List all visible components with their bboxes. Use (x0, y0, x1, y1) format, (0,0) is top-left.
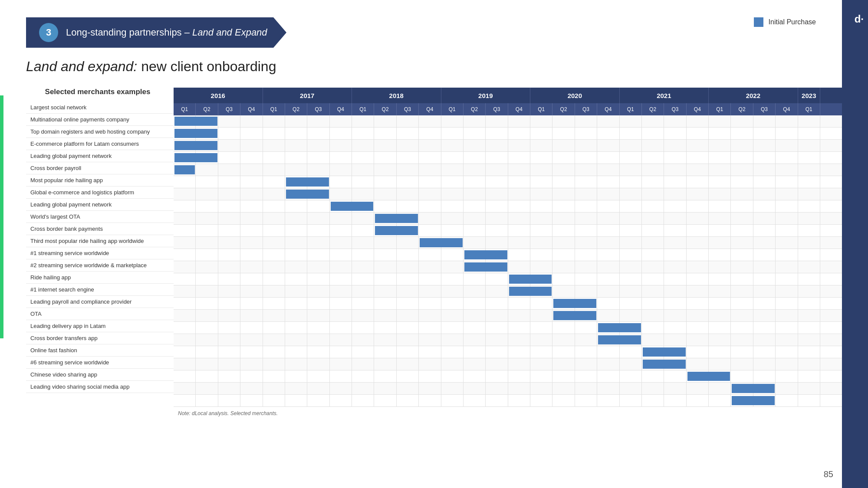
chart-note: Note: dLocal analysis. Selected merchant… (174, 410, 842, 416)
chart-cell (441, 395, 464, 407)
chart-cell (464, 115, 486, 128)
chart-cell (218, 285, 240, 298)
chart-cell (330, 237, 352, 249)
chart-cell (218, 261, 240, 273)
chart-cell (240, 128, 263, 140)
chart-cell (285, 213, 307, 225)
chart-cell (597, 176, 619, 188)
chart-cell (285, 115, 307, 128)
chart-cell (731, 310, 753, 322)
chart-cell (352, 346, 374, 358)
chart-row (174, 334, 842, 346)
chart-cell (597, 346, 619, 358)
chart-cell (552, 285, 575, 298)
chart-cell (352, 395, 374, 407)
chart-cell (240, 273, 263, 285)
purchase-block (509, 287, 552, 296)
chart-cell (419, 213, 441, 225)
chart-row (174, 176, 842, 188)
chart-cell (174, 383, 196, 395)
chart-cell (330, 140, 352, 152)
chart-cell (798, 285, 820, 298)
chart-cell (687, 225, 709, 237)
chart-cell (174, 225, 196, 237)
chart-cell (753, 322, 776, 334)
merchant-item: Leading payroll and compliance provider (26, 296, 174, 308)
chart-cell (174, 188, 196, 200)
quarter-cell: Q3 (664, 103, 686, 115)
chart-cell (642, 176, 664, 188)
chart-cell (687, 383, 709, 395)
chart-cell (174, 213, 196, 225)
chart-cell (285, 285, 307, 298)
year-label: 2022 (709, 88, 798, 103)
chart-cell (397, 310, 419, 322)
chart-cell (196, 370, 218, 383)
merchant-item: #6 streaming service worldwide (26, 357, 174, 369)
chart-cell (709, 200, 731, 213)
chart-cell (642, 237, 664, 249)
chart-cell (731, 115, 753, 128)
chart-cell (731, 261, 753, 273)
chart-cell (508, 383, 530, 395)
chart-cell (664, 310, 686, 322)
chart-cell (240, 188, 263, 200)
purchase-block (687, 372, 730, 381)
chart-cell (285, 164, 307, 176)
chart-cell (776, 298, 798, 310)
chart-cell (597, 395, 619, 407)
chart-cell (397, 395, 419, 407)
chart-cell (575, 128, 597, 140)
chart-cell (352, 213, 374, 225)
chart-row (174, 370, 842, 383)
chart-cell (664, 370, 686, 383)
merchant-item: Leading delivery app in Latam (26, 320, 174, 332)
quarter-cell: Q3 (218, 103, 240, 115)
chart-cell (687, 358, 709, 370)
chart-cell (508, 322, 530, 334)
chart-cell (575, 213, 597, 225)
chart-cell (307, 140, 329, 152)
chart-cell (575, 273, 597, 285)
chart-cell (597, 273, 619, 285)
chart-cell (441, 334, 464, 346)
chart-cell (374, 273, 396, 285)
chart-cell (552, 213, 575, 225)
chart-cell (642, 285, 664, 298)
merchant-items: Largest social networkMultinational onli… (26, 102, 174, 393)
chart-cell (731, 225, 753, 237)
purchase-block (643, 360, 686, 369)
quarter-cell: Q1 (709, 103, 731, 115)
chart-cell (330, 115, 352, 128)
chart-cell (620, 237, 642, 249)
chart-cell (552, 140, 575, 152)
chart-row (174, 140, 842, 152)
chart-cell (285, 273, 307, 285)
chart-cell (285, 358, 307, 370)
chart-cell (731, 164, 753, 176)
chart-cell (753, 128, 776, 140)
chart-cell (397, 237, 419, 249)
chart-cell (731, 285, 753, 298)
chart-row (174, 152, 842, 164)
chart-cell (196, 322, 218, 334)
chart-cell (508, 310, 530, 322)
chart-cell (174, 249, 196, 261)
chart-cell (687, 322, 709, 334)
chart-cell (798, 346, 820, 358)
chart-cell (464, 298, 486, 310)
chart-cell (798, 152, 820, 164)
chart-cell (664, 395, 686, 407)
year-label: 2019 (441, 88, 531, 103)
chart-row (174, 200, 842, 213)
chart-cell (352, 334, 374, 346)
chart-cell (687, 176, 709, 188)
chart-cell (441, 213, 464, 225)
chart-cell (486, 383, 508, 395)
chart-cell (464, 176, 486, 188)
chart-cell (552, 188, 575, 200)
chart-cell (552, 261, 575, 273)
chart-cell (552, 237, 575, 249)
chart-cell (798, 140, 820, 152)
chart-cell (285, 152, 307, 164)
